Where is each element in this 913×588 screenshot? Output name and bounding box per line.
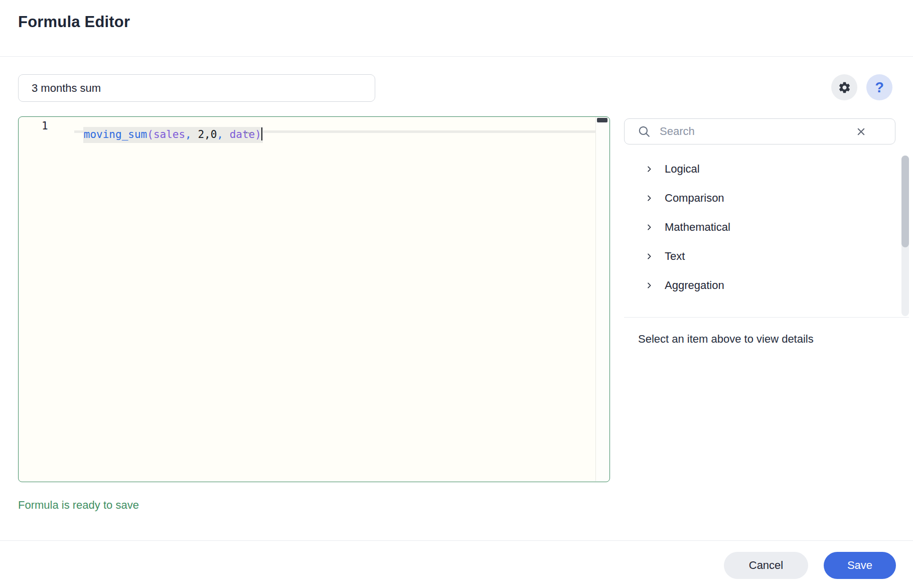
formula-code-editor[interactable]: 1 moving_sum(sales, 2,0, date) <box>18 116 610 482</box>
category-row-mathematical[interactable]: Mathematical <box>624 213 895 242</box>
code-token-field: sales <box>154 128 185 140</box>
cancel-button[interactable]: Cancel <box>724 552 808 579</box>
text-cursor <box>261 127 263 140</box>
line-number: 1 <box>42 120 48 132</box>
question-mark-icon: ? <box>875 79 884 96</box>
clear-search-button[interactable] <box>855 126 867 137</box>
panel-divider <box>624 317 909 318</box>
footer-divider <box>0 540 913 541</box>
code-token-number: 2,0 <box>198 128 217 140</box>
page-title: Formula Editor <box>18 13 130 31</box>
gear-icon <box>838 81 851 94</box>
close-icon <box>855 126 867 137</box>
code-token-bracket: ( <box>147 128 154 140</box>
function-search-box <box>624 118 895 144</box>
code-token-comma: , <box>185 128 192 140</box>
panel-scrollbar-thumb[interactable] <box>901 156 909 247</box>
details-hint: Select an item above to view details <box>638 333 814 346</box>
header-divider <box>0 56 913 57</box>
editor-scrollbar-track[interactable] <box>595 117 609 481</box>
chevron-right-icon <box>645 223 653 231</box>
save-button[interactable]: Save <box>824 552 896 579</box>
settings-button[interactable] <box>831 74 857 100</box>
code-token-plain <box>192 128 198 140</box>
function-category-list: Logical Comparison Mathematical Text <box>624 155 895 300</box>
code-token-function: moving_sum <box>84 128 147 140</box>
code-token-field: date <box>230 128 255 140</box>
category-label: Logical <box>665 163 700 176</box>
category-label: Aggregation <box>665 279 724 292</box>
category-label: Mathematical <box>665 221 730 234</box>
category-label: Text <box>665 250 685 263</box>
category-row-comparison[interactable]: Comparison <box>624 184 895 213</box>
bracket-match-underline <box>244 132 251 133</box>
category-label: Comparison <box>665 192 724 205</box>
code-token-bracket: ) <box>255 128 261 140</box>
code-token-plain <box>223 128 230 140</box>
search-icon <box>638 125 651 138</box>
chevron-right-icon <box>645 281 653 289</box>
code-line: moving_sum(sales, 2,0, date) <box>74 118 263 133</box>
category-row-logical[interactable]: Logical <box>624 155 895 184</box>
chevron-right-icon <box>645 165 653 173</box>
formula-name-input[interactable] <box>18 74 375 102</box>
chevron-right-icon <box>645 252 653 260</box>
status-message: Formula is ready to save <box>18 499 139 512</box>
chevron-right-icon <box>645 194 653 202</box>
formula-expression: moving_sum(sales, 2,0, date) <box>83 127 263 143</box>
function-search-input[interactable] <box>660 125 855 138</box>
panel-scrollbar-track[interactable] <box>901 156 909 316</box>
editor-scrollbar-thumb[interactable] <box>597 118 607 122</box>
category-row-aggregation[interactable]: Aggregation <box>624 271 895 300</box>
help-button[interactable]: ? <box>866 74 892 100</box>
code-token-comma: , <box>217 128 223 140</box>
category-row-text[interactable]: Text <box>624 242 895 271</box>
